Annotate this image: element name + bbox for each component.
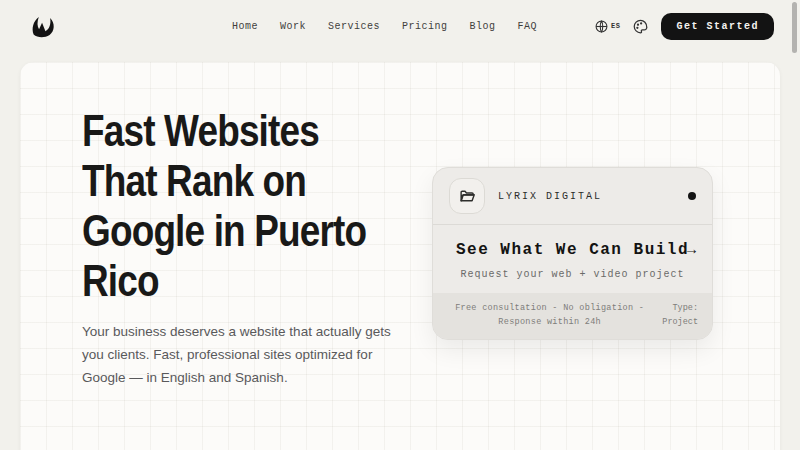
logo-glyph xyxy=(28,11,58,41)
card-brand-label: LYRIX DIGITAL xyxy=(498,191,602,202)
nav-item-work[interactable]: Work xyxy=(280,21,306,32)
language-label: ES xyxy=(611,22,620,30)
get-started-button[interactable]: Get Started xyxy=(661,13,774,40)
hero-title-line: Rico xyxy=(82,256,366,306)
palette-icon xyxy=(633,19,648,34)
folder-glyph xyxy=(459,188,476,205)
project-type: Type: Project xyxy=(662,301,698,329)
project-request-card: LYRIX DIGITAL See What We Can Build → Re… xyxy=(432,167,713,340)
arrow-right-icon[interactable]: → xyxy=(687,242,696,259)
card-footer: Free consultation - No obligation - Resp… xyxy=(433,293,712,339)
see-what-we-can-build-link[interactable]: See What We Can Build xyxy=(456,241,689,259)
theme-toggle[interactable] xyxy=(633,19,648,34)
lyrix-logo-icon[interactable] xyxy=(26,9,60,43)
hero-description: Your business deserves a website that ac… xyxy=(82,320,404,389)
nav-item-pricing[interactable]: Pricing xyxy=(402,21,448,32)
top-navigation-bar: Home Work Services Pricing Blog FAQ ES G… xyxy=(0,0,800,52)
nav-item-faq[interactable]: FAQ xyxy=(518,21,538,32)
nav-item-blog[interactable]: Blog xyxy=(470,21,496,32)
language-switcher[interactable]: ES xyxy=(595,20,620,33)
scrollbar-thumb[interactable] xyxy=(792,2,797,53)
card-header: LYRIX DIGITAL xyxy=(433,168,712,225)
hero-title-line: That Rank on xyxy=(82,156,366,206)
project-type-value: Project xyxy=(662,315,698,329)
hero-title-line: Google in Puerto xyxy=(82,206,366,256)
folder-open-icon[interactable] xyxy=(449,178,485,214)
card-subheading: Request your web + video project xyxy=(449,269,696,280)
hero-section: Fast Websites That Rank on Google in Pue… xyxy=(20,62,780,450)
hero-title: Fast Websites That Rank on Google in Pue… xyxy=(82,106,366,306)
card-body: See What We Can Build → Request your web… xyxy=(433,225,712,293)
status-dot-icon xyxy=(688,192,696,200)
consultation-note: Free consultation - No obligation - Resp… xyxy=(447,301,652,329)
main-nav: Home Work Services Pricing Blog FAQ xyxy=(232,21,537,32)
hero-title-line: Fast Websites xyxy=(82,106,366,156)
header-actions: ES Get Started xyxy=(595,13,774,40)
globe-icon xyxy=(595,20,608,33)
nav-item-home[interactable]: Home xyxy=(232,21,258,32)
project-type-label: Type: xyxy=(662,301,698,315)
nav-item-services[interactable]: Services xyxy=(328,21,380,32)
